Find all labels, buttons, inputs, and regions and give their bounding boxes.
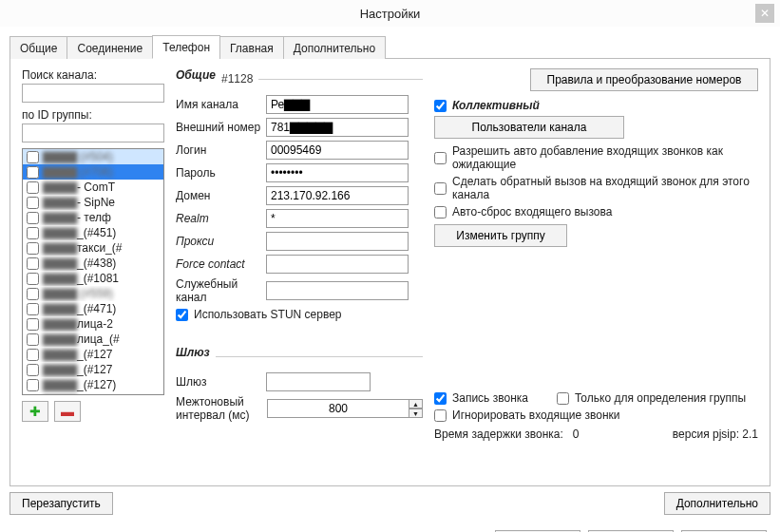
group-input[interactable]: [22, 124, 164, 142]
list-item-checkbox[interactable]: [27, 364, 39, 376]
spin-down-icon[interactable]: ▼: [409, 408, 423, 418]
ignore-label: Игнорировать входящие звонки: [452, 408, 620, 422]
list-item-checkbox[interactable]: [27, 349, 39, 361]
interval-label: Межтоновый интервал (мс): [176, 395, 267, 422]
pass-label: Пароль: [176, 166, 266, 180]
delay-value: 0: [573, 428, 580, 441]
users-button[interactable]: Пользователи канала: [434, 116, 624, 139]
service-label: Служебный канал: [176, 277, 266, 304]
list-item[interactable]: ▇▇▇▇ (#559): [23, 286, 163, 301]
change-group-button[interactable]: Изменить группу: [434, 224, 567, 247]
close-icon[interactable]: ✕: [755, 4, 774, 23]
list-item-checkbox[interactable]: [27, 166, 39, 179]
allow-auto-checkbox[interactable]: [434, 152, 447, 164]
window-title: Настройки: [360, 7, 421, 21]
group-label: по ID группы:: [22, 108, 164, 122]
name-input[interactable]: [266, 95, 409, 114]
gateway-input[interactable]: [266, 372, 371, 391]
allow-auto-label: Разрешить авто добавление входящих звонк…: [452, 144, 758, 171]
list-item-checkbox[interactable]: [27, 379, 39, 391]
list-item[interactable]: ▇▇▇▇_(#451): [23, 225, 163, 240]
channel-list[interactable]: ▇▇▇▇ (#504)▇▇▇▇ (#706)▇▇▇▇ - ComT▇▇▇▇ - …: [22, 148, 164, 395]
list-item-checkbox[interactable]: [27, 394, 39, 396]
titlebar: Настройки ✕: [0, 0, 780, 27]
tab-connection[interactable]: Соединение: [67, 36, 153, 59]
list-item[interactable]: ▇▇▇▇_(#127): [23, 377, 163, 392]
service-input[interactable]: [266, 281, 409, 300]
realm-label: Realm: [176, 212, 266, 225]
delay-label: Время задержки звонка:: [434, 428, 563, 441]
name-label: Имя канала: [176, 98, 266, 111]
stun-checkbox[interactable]: [176, 309, 188, 321]
list-item-checkbox[interactable]: [27, 303, 39, 315]
callback-checkbox[interactable]: [434, 182, 447, 195]
add-button[interactable]: ✚: [22, 401, 48, 422]
list-item[interactable]: ▇▇▇▇_(#1081: [23, 271, 163, 286]
rules-button[interactable]: Правила и преобразование номеров: [530, 68, 758, 91]
tab-general[interactable]: Общие: [10, 36, 67, 59]
restart-button[interactable]: Перезапустить: [10, 492, 113, 515]
collective-checkbox[interactable]: [434, 100, 447, 112]
tab-main[interactable]: Главная: [219, 36, 284, 59]
list-item-checkbox[interactable]: [27, 197, 39, 209]
collective-label: Коллективный: [452, 99, 540, 112]
record-label: Запись звонка: [452, 391, 528, 405]
extra-button[interactable]: Дополнительно: [664, 492, 770, 515]
section-common: Общие: [176, 68, 216, 84]
remove-button[interactable]: ▬: [54, 401, 81, 422]
list-item[interactable]: ▇▇▇▇_(#127: [23, 347, 163, 362]
list-item-checkbox[interactable]: [27, 212, 39, 224]
list-item[interactable]: ▇▇▇▇ - ComT: [23, 180, 163, 195]
list-item-checkbox[interactable]: [27, 227, 39, 239]
search-input[interactable]: [22, 84, 164, 103]
list-item-checkbox[interactable]: [27, 288, 39, 300]
search-label: Поиск канала:: [22, 68, 164, 82]
list-item[interactable]: ▇▇▇▇ - SipNe: [23, 195, 163, 210]
record-checkbox[interactable]: [434, 392, 447, 405]
list-item[interactable]: ▇▇▇▇ (#504): [23, 149, 163, 164]
proxy-label: Прокси: [176, 235, 266, 248]
autodrop-checkbox[interactable]: [434, 206, 447, 218]
list-item[interactable]: ▇▇▇▇ - телф: [23, 210, 163, 225]
gateway-label: Шлюз: [176, 375, 266, 389]
list-item[interactable]: ▇▇▇▇_(#471): [23, 301, 163, 316]
ignore-checkbox[interactable]: [434, 409, 447, 422]
domain-input[interactable]: [266, 186, 409, 205]
list-item[interactable]: ▇▇▇▇_(#438): [23, 256, 163, 271]
version-label: версия pjsip: 2.1: [673, 428, 758, 441]
list-item[interactable]: ▇▇▇▇ такси_(#: [23, 240, 163, 256]
list-item[interactable]: ▇▇▇▇ лица-2: [23, 316, 163, 332]
force-input[interactable]: [266, 255, 409, 274]
tab-additional[interactable]: Дополнительно: [283, 36, 386, 59]
list-item-checkbox[interactable]: [27, 273, 39, 285]
realm-input[interactable]: [266, 209, 409, 228]
proxy-input[interactable]: [266, 232, 409, 251]
callback-label: Сделать обратный вызов на входящий звоно…: [452, 175, 758, 201]
force-label: Force contact: [176, 257, 266, 271]
list-item[interactable]: ▇▇▇▇ (#706): [23, 164, 163, 180]
spin-up-icon[interactable]: ▲: [409, 399, 423, 408]
list-item-checkbox[interactable]: [27, 333, 39, 346]
list-item-checkbox[interactable]: [27, 257, 39, 270]
autodrop-label: Авто-сброс входящего вызова: [452, 205, 612, 218]
channel-id: #1128: [221, 72, 253, 86]
list-item-checkbox[interactable]: [27, 181, 39, 194]
tab-phone[interactable]: Телефон: [152, 35, 220, 59]
list-item-checkbox[interactable]: [27, 151, 39, 163]
domain-label: Домен: [176, 189, 266, 202]
list-item[interactable]: ▇▇▇▇ лица_(#: [23, 332, 163, 347]
ext-input[interactable]: [266, 118, 409, 137]
pass-input[interactable]: [266, 163, 409, 182]
list-item[interactable]: ▇▇▇▇ такси_(#8: [23, 392, 163, 395]
detect-checkbox[interactable]: [557, 392, 569, 405]
login-label: Логин: [176, 143, 266, 157]
list-item-checkbox[interactable]: [27, 242, 39, 255]
login-input[interactable]: [266, 141, 409, 160]
section-gateway: Шлюз: [176, 346, 210, 361]
ext-label: Внешний номер: [176, 121, 266, 134]
list-item-checkbox[interactable]: [27, 318, 39, 331]
interval-input[interactable]: [267, 399, 409, 418]
stun-label: Использовать STUN сервер: [194, 308, 342, 321]
list-item[interactable]: ▇▇▇▇_(#127: [23, 362, 163, 377]
detect-label: Только для определения группы: [575, 391, 746, 405]
